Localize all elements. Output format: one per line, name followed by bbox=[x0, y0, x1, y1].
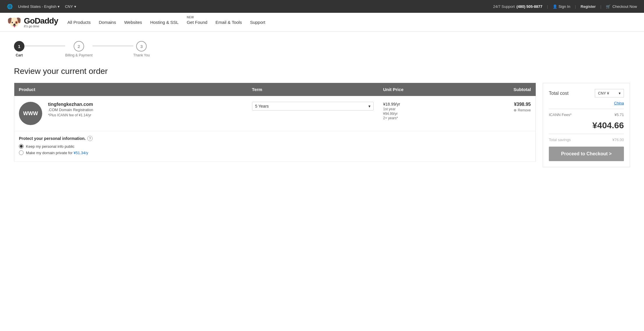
top-bar-left: 🌐 United States - English ▾ CNY ▾ bbox=[7, 4, 76, 9]
step-3: 3 Thank You bbox=[133, 41, 150, 57]
col-unit-price: Unit Price bbox=[378, 83, 461, 96]
logo-text-area: GoDaddy It's go time bbox=[24, 16, 58, 28]
col-subtotal: Subtotal bbox=[461, 83, 535, 96]
cart-section: Product Term Unit Price Subtotal WWW bbox=[14, 83, 536, 173]
checkout-now-label: Checkout Now bbox=[612, 4, 637, 9]
summary-title: Total cost bbox=[549, 91, 569, 96]
step-line-1 bbox=[24, 46, 65, 46]
nav-hosting-ssl[interactable]: Hosting & SSL bbox=[150, 20, 179, 25]
steps-row: 1 Cart 2 Billing & Payment 3 Thank You bbox=[14, 41, 150, 57]
radio-private[interactable] bbox=[19, 150, 24, 155]
subtotal-amount: ¥398.95 bbox=[466, 102, 531, 107]
step-1: 1 Cart bbox=[14, 41, 24, 57]
nav-get-found[interactable]: NEW Get Found bbox=[187, 20, 207, 25]
logo-icon: 🐶 bbox=[7, 16, 22, 28]
price-note-2plus: 2+ years* bbox=[383, 116, 456, 120]
col-product: Product bbox=[14, 83, 247, 96]
currency-label: CNY bbox=[65, 4, 73, 9]
locale-selector[interactable]: United States - English ▾ bbox=[18, 4, 60, 9]
product-name: tingfengkezhan.com bbox=[48, 102, 93, 107]
currency-arrow: ▾ bbox=[74, 4, 76, 9]
nav-domains[interactable]: Domains bbox=[99, 20, 116, 25]
protect-cell: Protect your personal information. ? Kee… bbox=[14, 131, 536, 162]
china-link[interactable]: China bbox=[549, 101, 624, 105]
price-note-1st: 1st year bbox=[383, 107, 456, 111]
protect-option2-label: Make my domain private for ¥51.34/y bbox=[26, 151, 88, 155]
order-summary: Total cost CNY ¥ ▾ China ICANN Fees* ¥5.… bbox=[543, 83, 630, 167]
support-info: 24/7 Support (480) 505-8877 bbox=[493, 4, 542, 9]
icann-value: ¥5.71 bbox=[614, 113, 624, 117]
product-info: tingfengkezhan.com .COM Domain Registrat… bbox=[48, 102, 93, 117]
new-badge: NEW bbox=[187, 16, 194, 19]
step-1-circle: 1 bbox=[14, 41, 24, 51]
logo-text: GoDaddy bbox=[24, 16, 58, 25]
step-2: 2 Billing & Payment bbox=[65, 41, 93, 57]
locale-label: United States - English bbox=[18, 4, 56, 9]
info-icon[interactable]: ? bbox=[87, 136, 93, 141]
nav-links: All Products Domains Websites Hosting & … bbox=[67, 20, 265, 25]
savings-row: Total savings ¥76.00 bbox=[549, 138, 624, 142]
step-3-circle: 3 bbox=[136, 41, 147, 51]
step-1-label: Cart bbox=[16, 53, 23, 57]
divider3: | bbox=[600, 4, 601, 9]
sign-in-link[interactable]: 👤 Sign In bbox=[553, 4, 570, 9]
term-value: 5 Years bbox=[255, 104, 269, 108]
step-line-2 bbox=[93, 46, 133, 46]
protect-title-text: Protect your personal information. bbox=[19, 136, 86, 141]
nav-websites[interactable]: Websites bbox=[124, 20, 142, 25]
remove-label: Remove bbox=[518, 108, 531, 112]
step-3-label: Thank You bbox=[133, 53, 150, 57]
nav-all-products[interactable]: All Products bbox=[67, 20, 91, 25]
register-link[interactable]: Register bbox=[581, 4, 596, 9]
radio-public[interactable] bbox=[19, 144, 24, 149]
summary-top: Total cost CNY ¥ ▾ bbox=[549, 89, 624, 97]
support-label: 24/7 Support bbox=[493, 4, 515, 9]
product-type: .COM Domain Registration bbox=[48, 108, 93, 112]
summary-divider-1 bbox=[549, 109, 624, 109]
divider2: | bbox=[575, 4, 576, 9]
icann-label: ICANN Fees* bbox=[549, 113, 572, 117]
cart-table-header: Product Term Unit Price Subtotal bbox=[14, 83, 536, 96]
sign-in-label: Sign In bbox=[558, 4, 570, 9]
checkout-now-link[interactable]: 🛒 Checkout Now bbox=[606, 4, 637, 9]
currency-select-arrow: ▾ bbox=[619, 91, 621, 95]
get-found-label: Get Found bbox=[187, 20, 207, 25]
product-cell-inner: WWW tingfengkezhan.com .COM Domain Regis… bbox=[19, 102, 243, 125]
protect-option-public: Keep my personal info public bbox=[19, 144, 531, 149]
www-icon: WWW bbox=[19, 102, 42, 125]
cart-icon: 🛒 bbox=[606, 4, 611, 9]
page-title: Review your current order bbox=[14, 67, 630, 76]
checkout-button[interactable]: Proceed to Checkout > bbox=[549, 147, 624, 161]
nav-support[interactable]: Support bbox=[250, 20, 265, 25]
product-row: WWW tingfengkezhan.com .COM Domain Regis… bbox=[14, 96, 536, 131]
col-term: Term bbox=[247, 83, 379, 96]
summary-total: ¥404.66 bbox=[549, 120, 624, 130]
subtotal-cell: ¥398.95 ⊗ Remove bbox=[461, 96, 535, 131]
logo-area[interactable]: 🐶 GoDaddy It's go time bbox=[7, 16, 58, 28]
term-cell: 5 Years ▾ bbox=[247, 96, 379, 131]
top-bar: 🌐 United States - English ▾ CNY ▾ 24/7 S… bbox=[0, 0, 644, 13]
main-nav: 🐶 GoDaddy It's go time All Products Doma… bbox=[0, 13, 644, 32]
cart-body: WWW tingfengkezhan.com .COM Domain Regis… bbox=[14, 96, 536, 162]
nav-email-tools[interactable]: Email & Tools bbox=[216, 20, 242, 25]
term-select[interactable]: 5 Years ▾ bbox=[252, 102, 374, 111]
price-note-yr2: ¥94.99/yr bbox=[383, 112, 456, 116]
remove-link[interactable]: ⊗ Remove bbox=[466, 108, 531, 112]
divider1: | bbox=[547, 4, 548, 9]
cart-table: Product Term Unit Price Subtotal WWW bbox=[14, 83, 536, 162]
currency-selector[interactable]: CNY ▾ bbox=[65, 4, 76, 9]
protect-option1-label: Keep my personal info public bbox=[26, 144, 74, 149]
product-note: *Plus ICANN fee of ¥1.14/yr bbox=[48, 113, 93, 117]
step-2-circle: 2 bbox=[74, 41, 84, 51]
currency-select-label: CNY ¥ bbox=[598, 91, 609, 95]
protect-title: Protect your personal information. ? bbox=[19, 136, 531, 141]
savings-label: Total savings bbox=[549, 138, 571, 142]
price-main: ¥18.99/yr bbox=[383, 102, 456, 106]
user-icon: 👤 bbox=[553, 4, 557, 9]
currency-select[interactable]: CNY ¥ ▾ bbox=[595, 89, 624, 97]
protect-option-private: Make my domain private for ¥51.34/y bbox=[19, 150, 531, 155]
main-layout: Product Term Unit Price Subtotal WWW bbox=[14, 83, 630, 173]
page-content: Review your current order Product Term U… bbox=[0, 62, 644, 185]
unit-price-cell: ¥18.99/yr 1st year ¥94.99/yr 2+ years* bbox=[378, 96, 461, 131]
savings-value: ¥76.00 bbox=[612, 138, 624, 142]
